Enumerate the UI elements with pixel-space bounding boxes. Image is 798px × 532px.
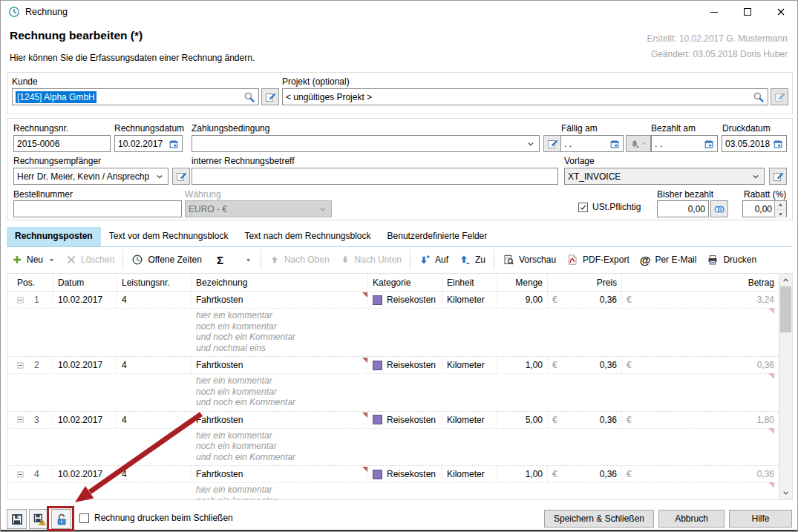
- vorschau-button[interactable]: Vorschau: [497, 254, 561, 266]
- row-datum: 10.02.2017: [53, 412, 117, 428]
- vertical-scrollbar[interactable]: [779, 274, 792, 499]
- zuklappen-button[interactable]: Zu: [454, 254, 491, 266]
- scrollbar-thumb[interactable]: [780, 286, 791, 332]
- summe-button[interactable]: Σ: [207, 254, 258, 266]
- invoice-fields-group: Rechnungsnr. 2015-0006 Rechnungsdatum 10…: [7, 118, 793, 220]
- bisher-bezahlt-field[interactable]: 0,00: [657, 200, 709, 217]
- save-with-warning-button[interactable]: [29, 509, 49, 529]
- tab-rechnungsposten[interactable]: Rechnungsposten: [7, 227, 101, 246]
- rechnungsnr-value: 2015-0006: [17, 139, 59, 149]
- col-bezeichnung[interactable]: Bezeichnung: [192, 274, 368, 291]
- chevron-down-icon[interactable]: [750, 171, 761, 182]
- col-kategorie[interactable]: Kategorie: [368, 274, 442, 291]
- col-menge[interactable]: Menge: [497, 274, 548, 291]
- col-pos[interactable]: Pos.: [7, 274, 53, 291]
- tab-text-nach-rechnungsblock[interactable]: Text nach dem Rechnungsblock: [236, 227, 379, 246]
- spinner-up-button[interactable]: [775, 201, 786, 210]
- per-email-button[interactable]: @ Per E-Mail: [635, 254, 702, 266]
- calendar-icon[interactable]: [169, 139, 179, 149]
- druckdatum-field[interactable]: 03.05.2018: [722, 135, 787, 152]
- zahlungsbedingung-combo[interactable]: [192, 135, 540, 152]
- rechnungsempfaenger-combo[interactable]: Herr Dr. Meier, Kevin / Ansprechp: [13, 168, 169, 185]
- bezahlt-am-field[interactable]: . .: [651, 135, 718, 152]
- kunde-edit-button[interactable]: [261, 88, 279, 105]
- edit-icon: [546, 138, 558, 150]
- projekt-field[interactable]: < ungültiges Projekt >: [282, 88, 768, 105]
- vorlage-edit-button[interactable]: [769, 168, 787, 185]
- bestellnummer-field[interactable]: [13, 200, 182, 217]
- offene-zeiten-button[interactable]: Offene Zeiten: [126, 254, 207, 266]
- col-leistungsnr[interactable]: Leistungsnr.: [117, 274, 192, 291]
- print-on-close-checkbox-group[interactable]: Rechnung drucken beim Schließen: [79, 513, 233, 523]
- zahlungsbedingung-edit-button[interactable]: [543, 135, 561, 152]
- col-preis[interactable]: Preis: [564, 274, 622, 291]
- ust-pflichtig-checkbox[interactable]: [578, 203, 588, 212]
- calendar-icon[interactable]: [773, 139, 783, 149]
- vorlage-combo[interactable]: XT_INVOICE: [564, 168, 765, 185]
- print-on-close-checkbox[interactable]: [79, 513, 89, 523]
- calendar-icon[interactable]: [704, 139, 714, 149]
- close-button[interactable]: [764, 1, 797, 23]
- help-button[interactable]: Hilfe: [729, 510, 792, 528]
- row-preis: 0,36: [564, 466, 622, 482]
- chevron-down-icon[interactable]: [154, 171, 165, 182]
- calendar-icon[interactable]: [609, 139, 620, 149]
- col-datum[interactable]: Datum: [53, 274, 117, 291]
- maximize-button[interactable]: [730, 1, 764, 23]
- collapse-row-icon[interactable]: [16, 416, 24, 424]
- col-einheit[interactable]: Einheit: [442, 274, 497, 291]
- table-row[interactable]: 3 10.02.2017 4 Fahrtkosten Reisekosten K…: [7, 411, 779, 466]
- bezahlt-am-label: Bezahlt am: [651, 123, 696, 134]
- pdf-export-button[interactable]: PDF-Export: [561, 254, 635, 266]
- neu-button[interactable]: Neu: [7, 254, 61, 265]
- category-color-swatch: [373, 295, 382, 305]
- rechnungsempfaenger-edit-button[interactable]: [172, 168, 190, 185]
- aufklappen-button[interactable]: Auf: [413, 254, 454, 266]
- row-betrag-currency: €: [622, 292, 641, 308]
- cancel-button[interactable]: Abbruch: [658, 510, 725, 528]
- scroll-down-button[interactable]: [779, 487, 791, 499]
- col-betrag[interactable]: Betrag: [641, 274, 779, 291]
- chevron-down-icon[interactable]: [48, 256, 56, 264]
- bisher-bezahlt-money-button[interactable]: [710, 200, 728, 217]
- search-icon[interactable]: [753, 91, 765, 103]
- table-row[interactable]: 2 10.02.2017 4 Fahrtkosten Reisekosten K…: [7, 356, 779, 411]
- row-einheit: Kilometer: [442, 412, 497, 428]
- save-button[interactable]: [7, 509, 27, 529]
- row-pos: 4: [34, 469, 39, 479]
- category-color-swatch: [373, 415, 382, 424]
- chevron-down-icon: [640, 139, 648, 148]
- kunde-field[interactable]: [1245] Alpha GmbH: [12, 88, 259, 105]
- tab-text-vor-rechnungsblock[interactable]: Text vor dem Rechnungsblock: [101, 227, 237, 246]
- rechnungsnr-field[interactable]: 2015-0006: [13, 135, 111, 152]
- rechnungsdatum-field[interactable]: 10.02.2017: [114, 135, 183, 152]
- chevron-down-icon: [318, 204, 328, 214]
- nach-oben-button: Nach Oben: [264, 254, 335, 265]
- table-row[interactable]: 4 10.02.2017 4 Fahrtkosten Reisekosten K…: [7, 465, 779, 499]
- ust-pflichtig-checkbox-group[interactable]: USt.Pflichtig: [578, 202, 641, 212]
- betreff-label: interner Rechnungsbetreff: [192, 156, 295, 166]
- print-on-close-label: Rechnung drucken beim Schließen: [94, 513, 233, 523]
- faellig-am-field[interactable]: . .: [560, 135, 624, 152]
- loeschen-button: Löschen: [61, 254, 120, 265]
- minimize-button[interactable]: [697, 1, 730, 23]
- tab-benutzerdefinierte-felder[interactable]: Benutzerdefinierte Felder: [379, 227, 496, 246]
- chevron-down-icon[interactable]: [526, 139, 536, 149]
- collapse-row-icon[interactable]: [16, 296, 24, 304]
- collapse-row-icon[interactable]: [16, 361, 24, 370]
- collapse-row-icon[interactable]: [16, 470, 24, 479]
- waehrung-value: EURO - €: [189, 204, 227, 214]
- chevron-down-icon[interactable]: [244, 256, 252, 264]
- nach-unten-button: Nach Unten: [335, 254, 407, 265]
- betreff-field[interactable]: [192, 168, 558, 185]
- drucken-button[interactable]: Drucken: [701, 254, 762, 266]
- toolbar-separator: [410, 250, 411, 269]
- bisher-bezahlt-label: Bisher bezahlt: [657, 189, 713, 200]
- save-and-close-button[interactable]: Speichern & Schließen: [544, 510, 654, 528]
- table-row[interactable]: 1 10.02.2017 4 Fahrtkosten Reisekosten K…: [7, 292, 779, 356]
- rabatt-spinner[interactable]: 0,00: [742, 200, 787, 217]
- search-icon[interactable]: [243, 91, 255, 103]
- scroll-up-button[interactable]: [779, 275, 791, 286]
- spinner-down-button[interactable]: [775, 210, 786, 218]
- row-preis-currency: €: [548, 412, 564, 428]
